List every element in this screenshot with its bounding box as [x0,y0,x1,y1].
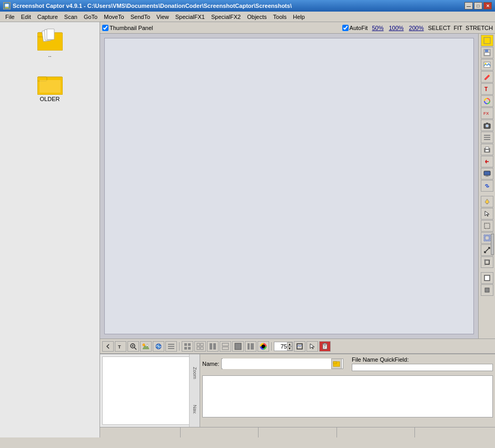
main-layout: .. OLDER Thumbnail Panel [0,22,495,437]
notes-textarea[interactable] [202,375,493,417]
svg-rect-47 [188,343,191,346]
name-area: Name: Fi [200,354,495,427]
status-bar [100,427,495,437]
name-browse-button[interactable] [331,359,342,369]
print-button[interactable] [481,144,493,155]
nav-panel: Zoom Nav. [100,354,200,427]
image-button[interactable] [481,59,493,71]
right-area: Thumbnail Panel AutoFit 50% 100% 200% SE… [100,22,495,437]
camera-button[interactable] [481,120,493,131]
zoom-200-button[interactable]: 200% [408,25,425,31]
menu-sendto[interactable]: SendTo [127,13,153,21]
menu-help[interactable]: Help [290,13,308,21]
svg-rect-25 [484,137,490,138]
name-field-area: Name: [202,359,343,369]
maximize-button[interactable]: □ [474,2,482,9]
zoom-add-button[interactable] [127,341,139,352]
grid5-button[interactable] [232,341,244,352]
folder-icon [37,73,63,95]
zoom-100-button[interactable]: 100% [388,25,404,31]
thumbnail-panel-checkbox-area: Thumbnail Panel [102,25,153,31]
menu-view[interactable]: View [153,13,172,21]
zoom-down-button[interactable]: ▼ [287,346,292,351]
menu-moveto[interactable]: MoveTo [101,13,127,21]
nav-nav-label: Nav. [192,404,197,415]
svg-rect-68 [324,347,325,348]
autofit-checkbox[interactable] [342,25,349,31]
nav-labels: Zoom Nav. [189,354,200,427]
menu-scan[interactable]: Scan [61,13,81,21]
zoom-fit-button[interactable] [294,341,305,352]
nav-view[interactable] [102,356,197,425]
content-area: 100% [100,34,495,339]
cursor-button[interactable] [481,208,493,220]
svg-rect-10 [39,80,61,93]
mountain-button[interactable] [140,341,152,352]
name-row: Name: Fi [202,356,493,371]
globe-button[interactable] [153,341,164,352]
svg-rect-48 [184,347,187,350]
thumbnail-panel-checkbox[interactable] [102,25,108,31]
list-button[interactable] [165,341,177,352]
square1-button[interactable] [481,272,493,284]
menu-edit[interactable]: Edit [18,13,34,21]
fx-button[interactable]: FX [481,107,493,119]
menu-file[interactable]: File [2,13,18,21]
zoom-input[interactable] [274,343,287,350]
back-button[interactable] [102,341,114,352]
name-input[interactable] [223,359,331,369]
zoom-50-button[interactable]: 50% [371,25,384,31]
autofit-label: AutoFit [350,25,368,31]
color-swatch-button[interactable] [481,35,493,46]
layers-button[interactable] [481,132,493,143]
svg-rect-35 [485,236,489,240]
svg-rect-29 [486,150,489,152]
clipboard-button[interactable] [319,341,331,352]
crop-button[interactable] [481,256,493,268]
color-button[interactable] [481,95,493,107]
toolbar-separator2 [271,342,272,351]
menu-goto[interactable]: GoTo [81,13,101,21]
grid3-button[interactable] [207,341,219,352]
svg-text:T: T [484,86,488,92]
window-controls[interactable]: — □ ✕ [464,2,492,9]
text-button[interactable]: T [481,83,493,95]
svg-rect-1 [5,4,9,7]
list-item[interactable]: .. [29,26,71,60]
menu-tools[interactable]: Tools [270,13,290,21]
title-bar: Screenshot Captor v4.9.1 - C:\Users\VMS\… [0,0,495,12]
grid6-button[interactable] [245,341,256,352]
grid1-button[interactable] [182,341,193,352]
right-toolbar-scrollbar[interactable] [491,234,494,255]
monitor-button[interactable] [481,168,493,180]
file-browser[interactable]: .. OLDER [0,22,100,437]
menu-specialfx2[interactable]: SpecialFX2 [208,13,244,21]
canvas-inner [104,38,474,334]
minimize-button[interactable]: — [464,2,473,9]
save-button[interactable] [481,47,493,58]
square2-button[interactable] [481,284,493,296]
menu-specialfx1[interactable]: SpecialFX1 [172,13,208,21]
canvas-area[interactable] [100,34,478,339]
svg-rect-55 [213,343,216,350]
list-item[interactable]: OLDER [29,71,71,104]
grid2-button[interactable] [194,341,206,352]
left-panel: .. OLDER [0,22,100,437]
color-circle-button[interactable] [258,341,269,352]
svg-rect-14 [484,53,490,55]
menu-objects[interactable]: Objects [244,13,270,21]
select-rect-button[interactable] [481,220,493,232]
text-toolbar-button[interactable]: T [115,341,126,352]
arrow-left-button[interactable] [481,156,493,167]
menu-capture[interactable]: Capture [34,13,61,21]
cursor-tool-button[interactable] [306,341,318,352]
pencil-button[interactable] [481,71,493,83]
close-button[interactable]: ✕ [483,2,492,9]
svg-rect-26 [484,139,490,140]
nib-button[interactable] [481,196,493,207]
svg-rect-51 [201,343,203,346]
grid4-button[interactable] [220,341,231,352]
quickfield-input[interactable] [352,364,493,371]
zoom-up-button[interactable]: ▲ [287,342,292,346]
link-button[interactable] [481,180,493,192]
